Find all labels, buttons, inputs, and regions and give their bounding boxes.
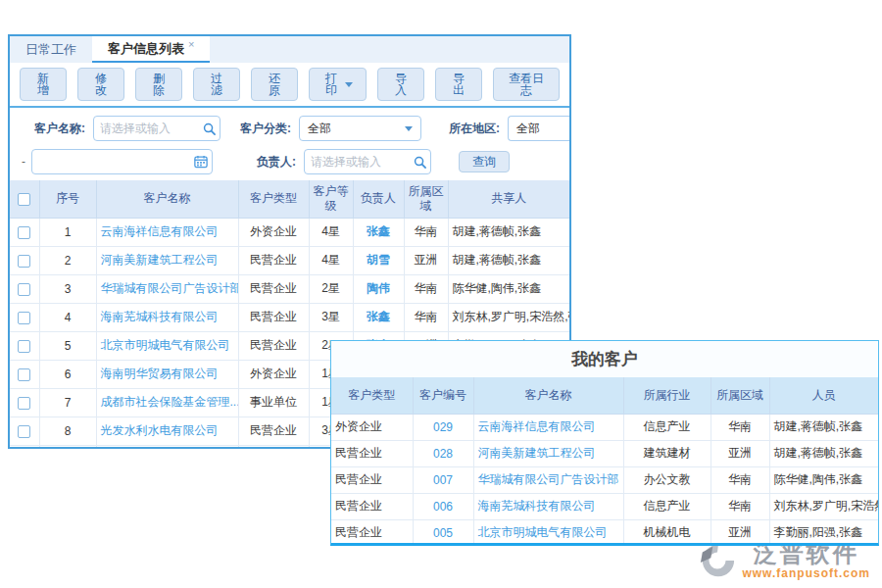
cell-no: 8 [39, 416, 96, 445]
customer-name-link[interactable]: 北京市明城电气有限公司 [473, 519, 623, 546]
add-button[interactable]: 新增 [20, 68, 67, 101]
cell-region: 华南 [710, 493, 769, 519]
customer-code-link[interactable]: 028 [413, 440, 473, 466]
view-log-button[interactable]: 查看日志 [493, 68, 560, 101]
manager-link[interactable]: 张鑫 [353, 218, 404, 246]
date-range-separator: - [22, 155, 25, 169]
cell-no: 7 [39, 388, 96, 416]
query-button[interactable]: 查询 [459, 151, 510, 172]
customer-name-link[interactable]: 北京市明城电气有限公司 [96, 331, 238, 360]
customer-name-link[interactable]: 海南芜城科技有限公司 [96, 303, 238, 331]
table-header-row: 客户类型 客户编号 客户名称 所属行业 所属区域 人员 [331, 377, 878, 414]
col-manager: 负责人 [353, 180, 404, 218]
table-row: 民营企业 007 华瑞城有限公司广告设计部 办公文教 华南 陈华健,陶伟,张鑫 [331, 466, 878, 493]
customer-category-select[interactable]: 全部 [299, 116, 421, 141]
cell-people: 刘东林,罗广明,宋浩然,... [769, 493, 878, 519]
table-row: 2 河南美新建筑工程公司 民营企业 4星 胡雪 亚洲 胡建,蒋德帧,张鑫 [10, 246, 569, 274]
table-row: 民营企业 006 海南芜城科技有限公司 信息产业 华南 刘东林,罗广明,宋浩然,… [331, 493, 878, 519]
close-icon[interactable]: × [188, 38, 194, 50]
manager-link[interactable]: 陶伟 [353, 274, 404, 303]
edit-button[interactable]: 修改 [77, 68, 124, 101]
cell-region: 亚洲 [710, 519, 769, 546]
filter-button[interactable]: 过滤 [193, 68, 240, 101]
manager-link[interactable]: 胡雪 [353, 246, 404, 274]
customer-code-link[interactable]: 006 [413, 493, 473, 519]
row-checkbox[interactable] [18, 226, 30, 239]
cell-level: 2星 [309, 274, 353, 303]
row-checkbox[interactable] [18, 312, 30, 324]
col-industry: 所属行业 [623, 377, 710, 414]
col-no: 序号 [39, 180, 96, 218]
customer-name-label: 客户名称: [34, 121, 85, 137]
cell-shared: 刘东林,罗广明,宋浩然,张鑫 [448, 303, 569, 331]
customer-name-link[interactable]: 华瑞城有限公司广告设计部 [96, 274, 238, 303]
cell-level: 4星 [309, 246, 353, 274]
col-people: 人员 [769, 377, 878, 414]
col-shared: 共享人 [448, 180, 569, 218]
chevron-down-icon [405, 126, 413, 131]
tab-customer-list[interactable]: 客户信息列表 × [92, 36, 210, 63]
my-customers-title: 我的客户 [331, 341, 878, 377]
print-button[interactable]: 打印 [309, 68, 367, 101]
tab-customer-list-label: 客户信息列表 [108, 40, 184, 58]
col-region: 所属区域 [710, 377, 769, 414]
cell-type: 民营企业 [238, 303, 309, 331]
customer-name-link[interactable]: 光发水利水电有限公司 [96, 416, 238, 445]
restore-button[interactable]: 还原 [251, 68, 298, 101]
import-button[interactable]: 导入 [377, 68, 424, 101]
print-button-label: 打印 [322, 73, 340, 96]
select-all-checkbox[interactable] [18, 193, 30, 206]
customer-code-link[interactable]: 005 [413, 519, 473, 546]
customer-category-label: 客户分类: [240, 121, 291, 137]
calendar-icon[interactable] [190, 155, 212, 169]
manager-input[interactable] [305, 155, 409, 169]
logo-url[interactable]: www.fanpusoft.com [742, 566, 870, 580]
tab-daily-work[interactable]: 日常工作 [10, 36, 92, 63]
region-select[interactable]: 全部 [508, 116, 569, 141]
customer-name-link[interactable]: 河南美新建筑工程公司 [473, 440, 623, 466]
customer-code-link[interactable]: 007 [413, 466, 473, 493]
table-row: 1 云南海祥信息有限公司 外资企业 4星 张鑫 华南 胡建,蒋德帧,张鑫 [10, 218, 569, 246]
customer-name-link[interactable]: 海南明华贸易有限公司 [96, 360, 238, 388]
cell-no: 1 [39, 218, 96, 246]
cell-industry: 信息产业 [623, 414, 710, 440]
cell-type: 民营企业 [331, 493, 413, 519]
row-checkbox[interactable] [18, 283, 30, 296]
tab-bar: 日常工作 客户信息列表 × [10, 36, 569, 63]
export-button[interactable]: 导出 [435, 68, 482, 101]
delete-button[interactable]: 删除 [135, 68, 182, 101]
my-customers-panel: 我的客户 客户类型 客户编号 客户名称 所属行业 所属区域 人员 外资企业 02… [330, 340, 879, 546]
cell-level: 3星 [309, 303, 353, 331]
customer-name-input[interactable] [94, 122, 198, 135]
table-row: 民营企业 028 河南美新建筑工程公司 建筑建材 亚洲 胡建,蒋德帧,张鑫 [331, 440, 878, 466]
toolbar: 新增 修改 删除 过滤 还原 打印 导入 导出 查看日志 [10, 63, 569, 108]
cell-no: 6 [39, 360, 96, 388]
customer-name-link[interactable]: 河南美新建筑工程公司 [96, 246, 238, 274]
customer-name-link[interactable]: 海南芜城科技有限公司 [473, 493, 623, 519]
cell-region: 华南 [404, 218, 448, 246]
fanpu-logo-icon [699, 541, 736, 580]
row-checkbox[interactable] [18, 368, 30, 381]
customer-name-link[interactable]: 华瑞城有限公司广告设计部 [473, 466, 623, 493]
col-customer-code: 客户编号 [413, 377, 473, 414]
cell-type: 民营企业 [238, 246, 309, 274]
customer-name-link[interactable]: 云南海祥信息有限公司 [96, 218, 238, 246]
customer-name-link[interactable]: 成都市社会保险基金管理... [96, 388, 238, 416]
row-checkbox[interactable] [18, 397, 30, 410]
customer-name-link[interactable]: 龙宇工程机械有限公司 [96, 445, 238, 449]
row-checkbox[interactable] [18, 425, 30, 438]
row-checkbox[interactable] [18, 255, 30, 268]
col-customer-name: 客户名称 [96, 180, 238, 218]
search-icon[interactable] [198, 122, 220, 135]
table-row: 3 华瑞城有限公司广告设计部 民营企业 2星 陶伟 华南 陈华健,陶伟,张鑫 [10, 274, 569, 303]
col-customer-level: 客户等级 [309, 180, 353, 218]
customer-code-link[interactable]: 029 [413, 414, 473, 440]
customer-name-link[interactable]: 云南海祥信息有限公司 [473, 414, 623, 440]
cell-industry: 建筑建材 [623, 440, 710, 466]
search-icon[interactable] [409, 156, 430, 169]
row-checkbox[interactable] [18, 340, 30, 353]
region-label: 所在地区: [449, 121, 500, 137]
cell-shared: 胡建,蒋德帧,张鑫 [448, 218, 569, 246]
manager-link[interactable]: 张鑫 [353, 303, 404, 331]
date-input[interactable] [32, 155, 190, 169]
